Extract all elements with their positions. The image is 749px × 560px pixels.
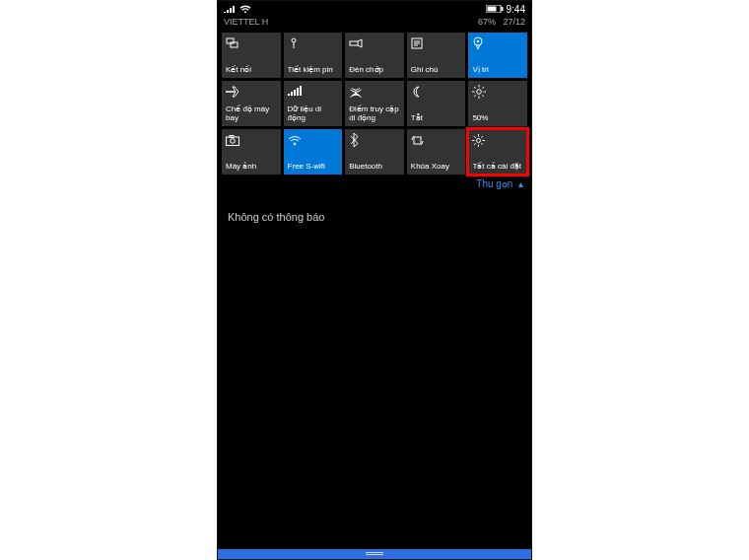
tile-label: Tiết kiệm pin (288, 65, 339, 74)
tile-label: Đèn chớp (349, 65, 400, 74)
svg-point-25 (231, 138, 236, 143)
sub-status: VIETTEL H 67% 27/12 (218, 17, 531, 29)
brightness-icon (472, 85, 523, 99)
settings-icon (472, 133, 523, 147)
status-bar: 9:44 (218, 1, 531, 17)
nav-bar-handle[interactable] (218, 549, 531, 559)
quick-action-location[interactable]: Vị trí (468, 33, 527, 78)
svg-rect-38 (366, 554, 383, 555)
quick-action-connect[interactable]: Kết nối (222, 33, 281, 78)
svg-rect-7 (350, 41, 358, 45)
quick-action-wifi[interactable]: Free S-wifi (284, 129, 343, 175)
airplane-icon (226, 85, 277, 99)
svg-line-34 (482, 143, 484, 145)
chevron-up-icon: ▴ (515, 178, 523, 189)
wifi-icon (288, 133, 339, 147)
note-icon (411, 36, 462, 50)
moon-icon (411, 85, 462, 99)
battery-pct: 67% (478, 17, 496, 27)
quick-action-flashlight[interactable]: Đèn chớp (345, 33, 404, 78)
tile-label: Tất cả cài đặt (472, 162, 523, 171)
location-icon (472, 36, 523, 50)
tile-label: Kết nối (226, 65, 277, 74)
svg-rect-1 (487, 7, 496, 12)
hotspot-icon (349, 85, 400, 99)
quick-action-leaf[interactable]: Tiết kiệm pin (284, 33, 343, 78)
connect-icon (226, 36, 277, 50)
tile-label: Bluetooth (349, 162, 400, 171)
tile-label: Free S-wifi (288, 162, 339, 171)
flashlight-icon (349, 36, 400, 50)
svg-rect-27 (414, 137, 421, 144)
svg-point-13 (477, 40, 480, 43)
svg-point-5 (292, 38, 296, 42)
svg-rect-2 (501, 7, 503, 11)
tile-label: Vị trí (472, 65, 523, 74)
quick-action-hotspot[interactable]: Điểm truy cập di động (345, 81, 404, 126)
svg-line-33 (474, 136, 476, 138)
leaf-icon (288, 36, 339, 50)
tile-label: Dữ liệu di động (288, 105, 339, 122)
svg-line-35 (474, 143, 476, 145)
svg-point-15 (477, 90, 482, 95)
tile-label: Chế độ máy bay (226, 105, 277, 122)
quick-action-note[interactable]: Ghi chú (407, 33, 466, 78)
quick-actions-grid: Kết nốiTiết kiệm pinĐèn chớpGhi chúVị tr… (218, 29, 531, 175)
quick-action-settings[interactable]: Tất cả cài đặt (468, 129, 527, 175)
quick-action-cellular[interactable]: Dữ liệu di động (284, 81, 343, 126)
signal-icon (224, 5, 236, 13)
quick-action-moon[interactable]: Tắt (407, 81, 466, 126)
tile-label: Tắt (411, 113, 462, 122)
phone-screen: 9:44 VIETTEL H 67% 27/12 Kết nốiTiết kiệ… (217, 0, 532, 560)
svg-line-21 (483, 95, 485, 97)
clock: 9:44 (507, 4, 525, 15)
tile-label: Ghi chú (411, 65, 462, 74)
tile-label: Máy ảnh (226, 162, 277, 171)
svg-line-20 (474, 87, 476, 89)
tile-label: Khóa Xoay (411, 162, 462, 171)
date-label: 27/12 (503, 17, 525, 27)
quick-action-rotation[interactable]: Khóa Xoay (407, 129, 466, 175)
tile-label: Điểm truy cập di động (349, 105, 400, 122)
battery-icon (486, 5, 504, 13)
wifi-status-icon (239, 5, 251, 14)
notifications-area: Không có thông báo (218, 193, 531, 241)
carrier-label: VIETTEL H (224, 17, 268, 29)
rotation-icon (411, 133, 462, 147)
svg-rect-37 (366, 552, 383, 553)
quick-action-bluetooth[interactable]: Bluetooth (345, 129, 404, 175)
drag-handle-icon (366, 552, 383, 556)
quick-action-camera[interactable]: Máy ảnh (222, 129, 281, 175)
quick-action-brightness[interactable]: 50% (468, 81, 527, 126)
svg-point-28 (477, 138, 481, 142)
svg-line-22 (474, 95, 476, 97)
camera-icon (226, 133, 277, 147)
tile-label: 50% (472, 113, 523, 122)
no-notifications-text: Không có thông báo (228, 211, 324, 223)
collapse-button[interactable]: Thu gọn ▴ (218, 175, 531, 193)
bluetooth-icon (349, 133, 400, 147)
svg-line-36 (482, 136, 484, 138)
svg-line-23 (483, 87, 485, 89)
cellular-icon (288, 85, 339, 99)
quick-action-airplane[interactable]: Chế độ máy bay (222, 81, 281, 126)
collapse-label: Thu gọn (476, 178, 512, 189)
